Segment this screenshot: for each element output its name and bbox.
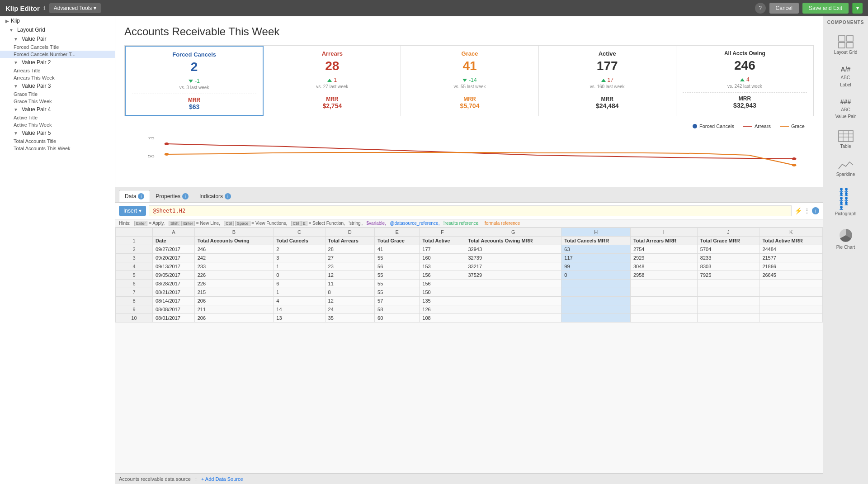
cell-2C[interactable]: 2 (274, 245, 325, 254)
advanced-tools-button[interactable]: Advanced Tools ▾ (49, 3, 101, 13)
cell-10I[interactable] (630, 314, 697, 323)
cell-1b[interactable]: Total Accounts Owing (194, 237, 274, 245)
cell-1g[interactable]: Total Accounts Owing MRR (465, 237, 561, 245)
cell-7J[interactable] (697, 288, 760, 297)
tree-item-arrears-this-week[interactable]: Arrears This Week (0, 74, 115, 81)
cell-2E[interactable]: 41 (375, 245, 420, 254)
cell-4I[interactable]: 3048 (630, 262, 697, 271)
tree-item-active-title[interactable]: Active Title (0, 114, 115, 121)
cell-3B[interactable]: 242 (194, 254, 274, 262)
tree-item-layout-grid[interactable]: ▼Layout Grid (0, 25, 115, 34)
tree-item-value-pair-4[interactable]: ▼Value Pair 4 (0, 105, 115, 114)
cell-10C[interactable]: 13 (274, 314, 325, 323)
cell-9C[interactable]: 14 (274, 305, 325, 314)
cell-10D[interactable]: 35 (325, 314, 375, 323)
cell-10F[interactable]: 108 (420, 314, 465, 323)
component-pie-chart[interactable]: Pie Chart (828, 224, 864, 252)
cell-7G[interactable] (465, 288, 561, 297)
cell-1j[interactable]: Total Grace MRR (697, 237, 760, 245)
cell-7D[interactable]: 8 (325, 288, 375, 297)
col-header-i[interactable]: I (630, 228, 697, 237)
value-card-arrears[interactable]: Arrears 28 1 vs. 27 last week MRR $2,754 (264, 46, 401, 116)
component-sparkline[interactable]: Sparkline (828, 157, 864, 180)
cell-4K[interactable]: 21866 (760, 262, 823, 271)
col-header-a[interactable]: A (152, 228, 194, 237)
tree-item-grace-title[interactable]: Grace Title (0, 90, 115, 98)
cell-9A[interactable]: 08/08/2017 (152, 305, 194, 314)
cell-5J[interactable]: 7925 (697, 271, 760, 280)
cell-8A[interactable]: 08/14/2017 (152, 297, 194, 305)
col-header-b[interactable]: B (194, 228, 274, 237)
cell-4D[interactable]: 23 (325, 262, 375, 271)
insert-button[interactable]: Insert ▾ (119, 206, 146, 216)
save-dropdown-button[interactable]: ▾ (852, 3, 863, 14)
datasource-menu-icon[interactable]: ⋮ (193, 476, 198, 482)
cell-9G[interactable] (465, 305, 561, 314)
cell-7H[interactable] (561, 288, 631, 297)
cell-7B[interactable]: 215 (194, 288, 274, 297)
tab-indicators-info[interactable]: i (225, 193, 231, 199)
tree-item-forced-cancels-title[interactable]: Forced Cancels Title (0, 43, 115, 51)
component-value-pair[interactable]: ###ABC Value Pair (828, 95, 864, 122)
cell-7A[interactable]: 08/21/2017 (152, 288, 194, 297)
cell-4H[interactable]: 99 (561, 262, 631, 271)
cell-1k[interactable]: Total Active MRR (760, 237, 823, 245)
cell-9D[interactable]: 24 (325, 305, 375, 314)
cell-2F[interactable]: 177 (420, 245, 465, 254)
cell-4G[interactable]: 33217 (465, 262, 561, 271)
col-header-h[interactable]: H (561, 228, 631, 237)
cell-3I[interactable]: 2929 (630, 254, 697, 262)
cell-6K[interactable] (760, 280, 823, 288)
cell-3C[interactable]: 3 (274, 254, 325, 262)
cell-10G[interactable] (465, 314, 561, 323)
cell-7C[interactable]: 1 (274, 288, 325, 297)
tree-item-value-pair-2[interactable]: ▼Value Pair 2 (0, 58, 115, 67)
cell-8B[interactable]: 206 (194, 297, 274, 305)
add-datasource-button[interactable]: + Add Data Source (201, 476, 243, 482)
cell-10K[interactable] (760, 314, 823, 323)
cell-5K[interactable]: 26645 (760, 271, 823, 280)
col-header-d[interactable]: D (325, 228, 375, 237)
cell-6E[interactable]: 55 (375, 280, 420, 288)
cell-9F[interactable]: 126 (420, 305, 465, 314)
col-header-c[interactable]: C (274, 228, 325, 237)
cell-5E[interactable]: 55 (375, 271, 420, 280)
cell-1i[interactable]: Total Arrears MRR (630, 237, 697, 245)
tab-properties[interactable]: Properties i (150, 190, 194, 202)
cell-5I[interactable]: 2958 (630, 271, 697, 280)
cell-5F[interactable]: 156 (420, 271, 465, 280)
cell-6I[interactable] (630, 280, 697, 288)
cell-7K[interactable] (760, 288, 823, 297)
cell-6J[interactable] (697, 280, 760, 288)
lightning-icon[interactable]: ⚡ (794, 207, 802, 214)
help-button[interactable]: ? (755, 3, 766, 14)
col-header-g[interactable]: G (465, 228, 561, 237)
cell-10B[interactable]: 206 (194, 314, 274, 323)
cell-10E[interactable]: 60 (375, 314, 420, 323)
cell-9K[interactable] (760, 305, 823, 314)
cancel-button[interactable]: Cancel (769, 3, 799, 14)
tab-indicators[interactable]: Indicators i (194, 190, 236, 202)
value-card-grace[interactable]: Grace 41 -14 vs. 55 last week MRR $5,704 (401, 46, 538, 116)
cell-8D[interactable]: 12 (325, 297, 375, 305)
cell-6F[interactable]: 156 (420, 280, 465, 288)
cell-2B[interactable]: 246 (194, 245, 274, 254)
cell-5A[interactable]: 09/05/2017 (152, 271, 194, 280)
tree-item-total-accounts-title[interactable]: Total Accounts Title (0, 138, 115, 145)
tree-item-value-pair-5[interactable]: ▼Value Pair 5 (0, 128, 115, 138)
cell-9H[interactable] (561, 305, 631, 314)
cell-1c[interactable]: Total Cancels (274, 237, 325, 245)
cell-2G[interactable]: 32943 (465, 245, 561, 254)
cell-1f[interactable]: Total Active (420, 237, 465, 245)
cell-2A[interactable]: 09/27/2017 (152, 245, 194, 254)
col-header-j[interactable]: J (697, 228, 760, 237)
tree-item-active-this-week[interactable]: Active This Week (0, 121, 115, 128)
cell-1h[interactable]: Total Cancels MRR (561, 237, 631, 245)
cell-9J[interactable] (697, 305, 760, 314)
cell-3G[interactable]: 32739 (465, 254, 561, 262)
cell-6H[interactable] (561, 280, 631, 288)
tab-data-info[interactable]: i (138, 193, 144, 199)
cell-6G[interactable] (465, 280, 561, 288)
cell-10A[interactable]: 08/01/2017 (152, 314, 194, 323)
cell-5C[interactable]: 0 (274, 271, 325, 280)
